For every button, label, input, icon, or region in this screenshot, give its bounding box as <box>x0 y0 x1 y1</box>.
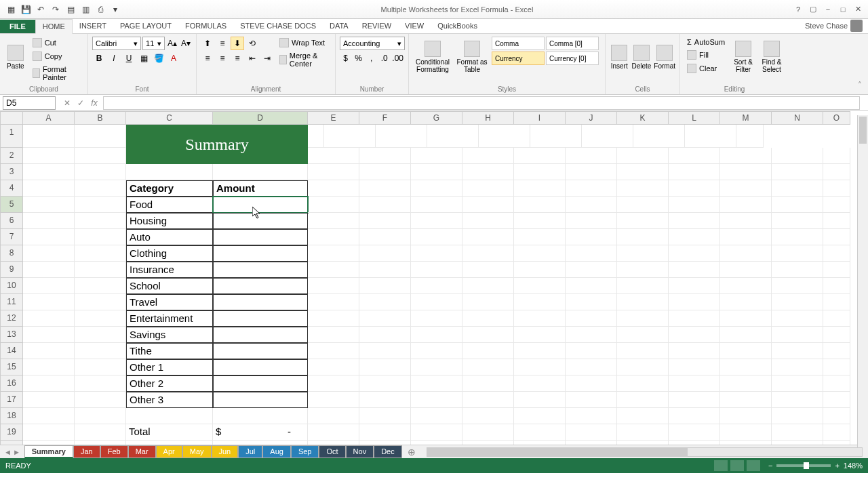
cell-J11[interactable] <box>566 294 617 310</box>
row-header-17[interactable]: 17 <box>0 392 23 408</box>
cell-C13[interactable]: Savings <box>126 327 213 343</box>
cell-M6[interactable] <box>720 213 772 229</box>
format-cells-button[interactable]: Format <box>654 37 675 77</box>
cell-O15[interactable] <box>823 359 850 375</box>
cell-M15[interactable] <box>720 359 772 375</box>
cell-J1[interactable] <box>479 125 530 148</box>
cell-I14[interactable] <box>514 343 566 359</box>
cell-O16[interactable] <box>823 375 850 392</box>
cell-I18[interactable] <box>514 408 566 424</box>
sheet-tab-may[interactable]: May <box>182 445 212 458</box>
cell-H16[interactable] <box>462 375 514 392</box>
cut-button[interactable]: Cut <box>30 37 83 49</box>
cell-M4[interactable] <box>720 180 772 197</box>
cell-E12[interactable] <box>308 310 359 327</box>
cell-J13[interactable] <box>566 327 617 343</box>
sheet-tab-feb[interactable]: Feb <box>100 445 128 458</box>
cell-E11[interactable] <box>308 294 359 310</box>
row-header-15[interactable]: 15 <box>0 359 23 375</box>
cell-H8[interactable] <box>462 245 514 262</box>
cell-K16[interactable] <box>617 375 669 392</box>
cell-L12[interactable] <box>669 310 720 327</box>
cell-style-comma[interactable]: Comma <box>492 37 545 50</box>
cell-O1[interactable] <box>736 125 764 148</box>
cell-C11[interactable]: Travel <box>126 294 213 310</box>
cell-I7[interactable] <box>514 229 566 245</box>
cell-O3[interactable] <box>823 164 850 180</box>
cell-O8[interactable] <box>823 245 850 262</box>
currency-icon[interactable]: $ <box>340 52 351 65</box>
align-left-icon[interactable]: ≡ <box>201 52 214 65</box>
cell-E10[interactable] <box>308 278 359 294</box>
cell-H10[interactable] <box>462 278 514 294</box>
cell-J8[interactable] <box>566 245 617 262</box>
cell-E18[interactable] <box>308 408 359 424</box>
cell-J9[interactable] <box>566 262 617 278</box>
save-icon[interactable]: 💾 <box>20 4 31 15</box>
cell-B17[interactable] <box>75 392 126 408</box>
cell-D9[interactable] <box>213 262 308 278</box>
cell-D14[interactable] <box>213 343 308 359</box>
cell-N20[interactable] <box>772 441 823 445</box>
help-icon[interactable]: ? <box>792 3 804 16</box>
cell-M11[interactable] <box>720 294 772 310</box>
cell-A16[interactable] <box>23 375 75 392</box>
cell-L19[interactable] <box>669 424 720 441</box>
cell-F6[interactable] <box>359 213 411 229</box>
cell-F10[interactable] <box>359 278 411 294</box>
sheet-tab-mar[interactable]: Mar <box>128 445 156 458</box>
cell-N6[interactable] <box>772 213 823 229</box>
cell-E5[interactable] <box>308 197 359 213</box>
cell-C14[interactable]: Tithe <box>126 343 213 359</box>
cell-H3[interactable] <box>462 164 514 180</box>
cell-D11[interactable] <box>213 294 308 310</box>
align-center-icon[interactable]: ≡ <box>216 52 229 65</box>
cell-I4[interactable] <box>514 180 566 197</box>
cell-G5[interactable] <box>411 197 462 213</box>
cell-A11[interactable] <box>23 294 75 310</box>
cell-I8[interactable] <box>514 245 566 262</box>
cell-A7[interactable] <box>23 229 75 245</box>
cell-H12[interactable] <box>462 310 514 327</box>
cell-E4[interactable] <box>308 180 359 197</box>
cell-K7[interactable] <box>617 229 669 245</box>
row-header-14[interactable]: 14 <box>0 343 23 359</box>
cell-M16[interactable] <box>720 375 772 392</box>
ribbon-tab-home[interactable]: HOME <box>35 19 73 34</box>
cell-L1[interactable] <box>582 125 633 148</box>
add-sheet-button[interactable]: ⊕ <box>402 447 421 458</box>
column-header-L[interactable]: L <box>669 111 720 125</box>
cell-B11[interactable] <box>75 294 126 310</box>
cell-L4[interactable] <box>669 180 720 197</box>
qat-icon[interactable]: ▥ <box>80 4 91 15</box>
cell-J19[interactable] <box>566 424 617 441</box>
qat-icon[interactable]: ▤ <box>65 4 76 15</box>
column-header-K[interactable]: K <box>617 111 669 125</box>
column-header-J[interactable]: J <box>566 111 617 125</box>
cell-N14[interactable] <box>772 343 823 359</box>
cell-N2[interactable] <box>772 148 823 164</box>
cell-F12[interactable] <box>359 310 411 327</box>
cell-E19[interactable] <box>308 424 359 441</box>
cell-C18[interactable] <box>126 408 213 424</box>
cell-D5[interactable] <box>213 197 308 213</box>
cell-A6[interactable] <box>23 213 75 229</box>
row-header-9[interactable]: 9 <box>0 262 23 278</box>
cell-J12[interactable] <box>566 310 617 327</box>
row-header-10[interactable]: 10 <box>0 278 23 294</box>
paste-button[interactable]: Paste <box>4 37 27 77</box>
font-size-dropdown[interactable]: 11▾ <box>142 37 165 50</box>
cell-D16[interactable] <box>213 375 308 392</box>
column-header-H[interactable]: H <box>462 111 514 125</box>
column-header-N[interactable]: N <box>772 111 823 125</box>
cell-N10[interactable] <box>772 278 823 294</box>
cell-E8[interactable] <box>308 245 359 262</box>
cell-B18[interactable] <box>75 408 126 424</box>
copy-button[interactable]: Copy <box>30 50 83 62</box>
cell-E20[interactable] <box>308 441 359 445</box>
cell-H15[interactable] <box>462 359 514 375</box>
cell-G17[interactable] <box>411 392 462 408</box>
cell-B2[interactable] <box>75 148 126 164</box>
cell-C12[interactable]: Entertainment <box>126 310 213 327</box>
row-header-20[interactable]: 20 <box>0 441 23 445</box>
